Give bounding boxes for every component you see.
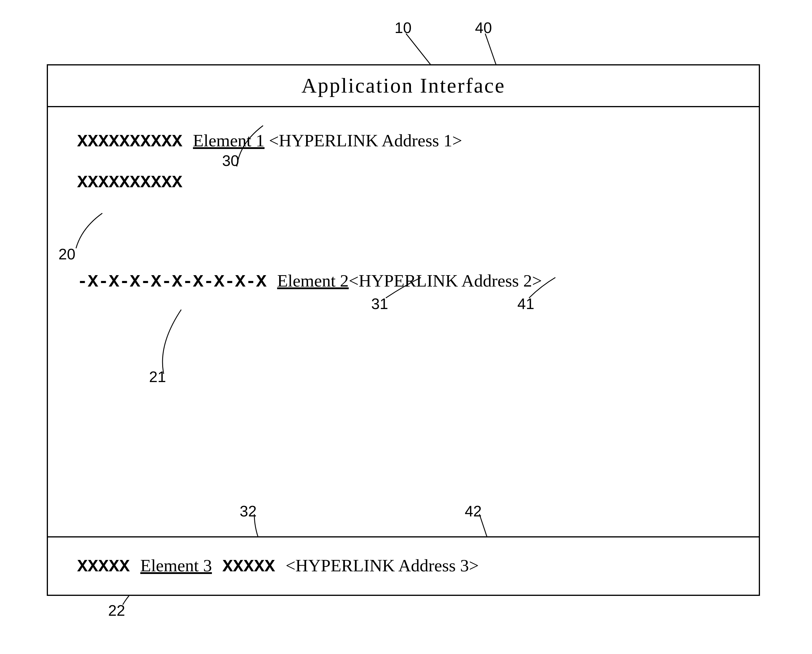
line1-element: Element 1 bbox=[193, 131, 265, 150]
footer-suffix: XXXXX bbox=[212, 557, 286, 577]
footer-hyperlink: <HYPERLINK Address 3> bbox=[286, 556, 479, 575]
line1-prefix: XXXXXXXXXX bbox=[77, 132, 193, 151]
page: 10 40 30 20 21 31 41 32 42 22 Applicatio… bbox=[0, 0, 812, 654]
footer-content: XXXXX Element 3 XXXXX <HYPERLINK Address… bbox=[77, 556, 479, 577]
line2-text: XXXXXXXXXX bbox=[77, 173, 182, 193]
annotation-10: 10 bbox=[395, 19, 412, 37]
annotation-22: 22 bbox=[108, 602, 125, 619]
header-title: Application Interface bbox=[301, 74, 506, 97]
svg-line-1 bbox=[485, 34, 497, 67]
line3-element: Element 2 bbox=[277, 271, 349, 290]
content-line-3: -X-X-X-X-X-X-X-X-X Element 2<HYPERLINK A… bbox=[77, 271, 542, 292]
footer-element: Element 3 bbox=[140, 556, 212, 575]
svg-line-0 bbox=[406, 34, 433, 67]
content-line-2: XXXXXXXXXX bbox=[77, 171, 182, 193]
header-bar: Application Interface bbox=[48, 66, 759, 107]
diagram-container: Application Interface XXXXXXXXXX Element… bbox=[47, 64, 760, 596]
footer-prefix: XXXXX bbox=[77, 557, 140, 577]
annotation-40: 40 bbox=[475, 19, 492, 37]
content-area: XXXXXXXXXX Element 1 <HYPERLINK Address … bbox=[48, 107, 759, 531]
line3-hyperlink: <HYPERLINK Address 2> bbox=[349, 271, 542, 290]
line3-prefix: -X-X-X-X-X-X-X-X-X bbox=[77, 272, 277, 292]
footer-bar: XXXXX Element 3 XXXXX <HYPERLINK Address… bbox=[48, 536, 759, 595]
content-line-1: XXXXXXXXXX Element 1 <HYPERLINK Address … bbox=[77, 131, 462, 151]
line1-hyperlink: <HYPERLINK Address 1> bbox=[265, 131, 462, 150]
